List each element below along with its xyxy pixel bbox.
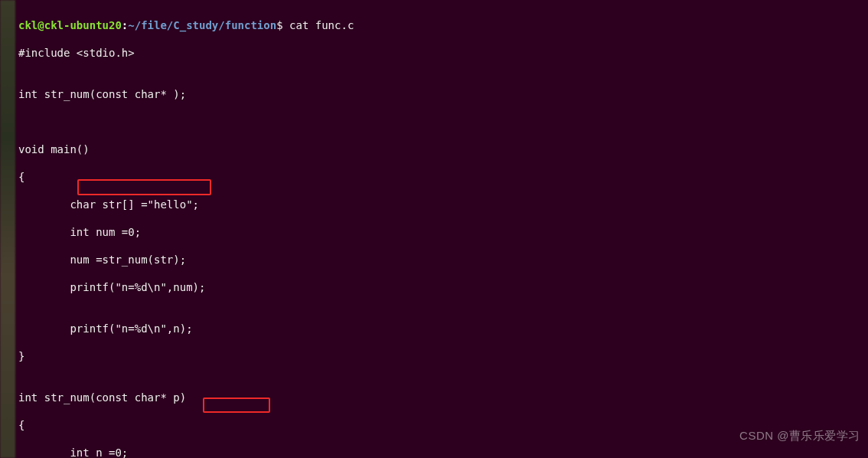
prompt-path: ~/file/C_study/function [128, 19, 276, 31]
code-line: { [18, 418, 862, 432]
code-line: int str_num(const char* p) [18, 391, 862, 404]
code-line: } [18, 349, 862, 363]
code-line: void main() [18, 142, 862, 156]
code-line: printf("n=%d\n",num); [18, 280, 862, 294]
code-line: int str_num(const char* ); [18, 87, 862, 101]
code-line: int num =0; [18, 225, 862, 239]
prompt-user: ckl@ckl-ubuntu20 [18, 19, 122, 31]
code-line: int n =0; [18, 446, 862, 458]
code-line-highlighted: printf("n=%d\n",n); [18, 322, 862, 335]
terminal-output[interactable]: ckl@ckl-ubuntu20:~/file/C_study/function… [15, 0, 868, 458]
command-cat: cat func.c [283, 19, 354, 31]
code-line: num =str_num(str); [18, 253, 862, 267]
annotation-box [203, 397, 270, 413]
watermark-text: CSDN @曹乐乐爱学习 [739, 429, 860, 443]
prompt-dollar: $ [276, 19, 282, 31]
annotation-box [77, 179, 211, 195]
code-line: char str[] ="hello"; [18, 198, 862, 211]
desktop-edge [0, 0, 15, 458]
code-line: #include <stdio.h> [18, 46, 862, 60]
